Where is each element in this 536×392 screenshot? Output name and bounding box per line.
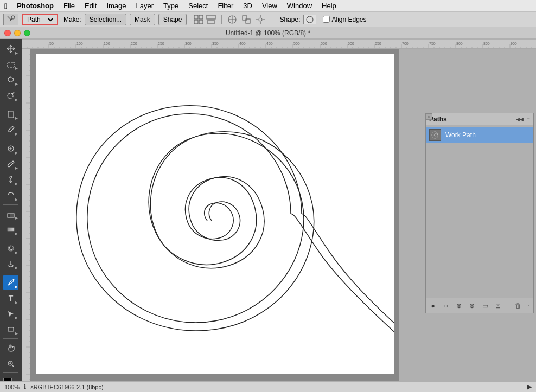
brush-tool[interactable]: ▸	[3, 157, 18, 172]
resize-handle[interactable]: ⋮	[526, 303, 531, 309]
options-bar: Path Shape Pixels Make: Selection... Mas…	[0, 12, 536, 27]
menu-select[interactable]: Select	[184, 1, 212, 11]
svg-point-0	[11, 16, 15, 19]
menu-window[interactable]: Window	[283, 1, 316, 11]
eyedropper-tool[interactable]: ▸	[3, 122, 18, 137]
svg-text:650: 650	[375, 42, 381, 46]
menu-3d[interactable]: 3D	[239, 1, 257, 11]
align-icon	[193, 14, 204, 25]
type-tool[interactable]: T ▸	[3, 291, 18, 306]
heal-tool[interactable]: ▸	[3, 141, 18, 156]
svg-rect-4	[199, 20, 203, 24]
svg-text:250: 250	[158, 42, 164, 46]
svg-rect-5	[207, 15, 215, 19]
shape-button[interactable]: Shape	[158, 14, 187, 25]
pen-tool[interactable]: ▸	[3, 275, 18, 290]
new-path-icon[interactable]: ⊡	[493, 301, 503, 311]
delete-path-icon[interactable]: 🗑	[513, 301, 523, 311]
panel-menu-icon[interactable]: ≡	[527, 116, 530, 122]
svg-point-12	[259, 18, 262, 21]
svg-rect-6	[208, 20, 214, 24]
lasso-tool[interactable]: ▸	[3, 72, 18, 87]
svg-text:300: 300	[185, 42, 192, 46]
warp-icon	[227, 14, 238, 25]
path-selection-tool[interactable]: ▸	[3, 306, 18, 322]
paths-panel-footer: ● ○ ⊕ ⊛ ▭ ⊡ 🗑 ⋮	[426, 298, 533, 313]
path-item-label: Work Path	[445, 131, 476, 139]
menu-file[interactable]: File	[59, 1, 79, 11]
svg-point-13	[307, 16, 313, 23]
menu-help[interactable]: Help	[317, 1, 341, 11]
crop-tool[interactable]: ▸	[3, 107, 18, 122]
svg-rect-14	[8, 62, 14, 67]
svg-rect-3	[194, 20, 198, 24]
align-edges-label: Align Edges	[331, 16, 366, 23]
minimize-button[interactable]	[14, 30, 21, 36]
history-brush-tool[interactable]: ▸	[3, 188, 18, 203]
menu-image[interactable]: Image	[102, 1, 130, 11]
shape-tool[interactable]: ▸	[3, 322, 18, 337]
window-buttons	[4, 30, 30, 36]
svg-rect-10	[243, 16, 247, 20]
apple-menu[interactable]: 	[4, 2, 7, 10]
blur-tool[interactable]: ▸	[3, 241, 18, 256]
fill-path-icon[interactable]: ●	[428, 301, 438, 311]
menu-photoshop[interactable]: Photoshop	[12, 1, 58, 11]
eraser-tool[interactable]: ▸	[3, 207, 18, 222]
zoom-tool[interactable]	[3, 356, 18, 371]
svg-text:550: 550	[321, 42, 327, 46]
shape-preview[interactable]	[303, 15, 316, 24]
menu-layer[interactable]: Layer	[132, 1, 158, 11]
svg-point-24	[9, 265, 13, 267]
path-item-work-path[interactable]: Work Path	[426, 127, 533, 143]
settings-icon	[255, 14, 266, 25]
gradient-tool[interactable]: ▸	[3, 222, 18, 237]
mask-button[interactable]: Mask	[130, 14, 155, 25]
svg-rect-1	[194, 15, 198, 19]
panel-controls: ◀◀ ≡	[516, 116, 530, 122]
canvas-area	[30, 49, 399, 381]
path-mode-select[interactable]: Path Shape Pixels	[22, 14, 58, 25]
menu-filter[interactable]: Filter	[213, 1, 238, 11]
menu-edit[interactable]: Edit	[80, 1, 101, 11]
marquee-tool[interactable]: ▸	[3, 57, 18, 72]
canvas	[36, 54, 394, 374]
color-profile: sRGB IEC61966-2.1 (8bpc)	[30, 384, 104, 390]
svg-rect-20	[10, 214, 14, 217]
info-icon[interactable]: ℹ	[24, 383, 26, 390]
load-path-icon[interactable]: ⊕	[454, 301, 464, 311]
svg-rect-11	[246, 19, 250, 23]
scroll-right-btn[interactable]: ▶	[527, 383, 532, 390]
maximize-button[interactable]	[24, 30, 30, 36]
close-button[interactable]	[4, 30, 11, 36]
document-title: Untitled-1 @ 100% (RGB/8) *	[226, 29, 310, 37]
zoom-level: 100%	[4, 384, 20, 390]
menu-view[interactable]: View	[258, 1, 282, 11]
paths-panel: Paths ◀◀ ≡ × Work Path ● ○ ⊕ ⊛ ▭ ⊡ 🗑 ⋮	[425, 113, 534, 313]
align-edges-check[interactable]: Align Edges	[323, 16, 366, 23]
move-tool[interactable]: ▸	[3, 41, 18, 56]
svg-text:700: 700	[402, 42, 409, 46]
status-bar: 100% ℹ sRGB IEC61966-2.1 (8bpc) ▶	[0, 381, 536, 392]
svg-line-16	[12, 92, 14, 94]
clone-tool[interactable]: ▸	[3, 172, 18, 187]
make-work-path-icon[interactable]: ⊛	[467, 301, 477, 311]
mask-path-icon[interactable]: ▭	[480, 301, 490, 311]
hand-tool[interactable]	[3, 340, 18, 356]
quick-select-tool[interactable]: ▸	[3, 88, 18, 103]
align-edges-checkbox[interactable]	[323, 16, 330, 23]
menu-type[interactable]: Type	[159, 1, 183, 11]
path-ops-icon	[241, 14, 252, 25]
dodge-tool[interactable]: ▸	[3, 256, 18, 272]
toolbar: ▸ ▸ ▸ ▸ ▸ ▸ ▸ ▸ ▸ ▸	[0, 39, 22, 392]
shape-label: Shape:	[279, 16, 300, 23]
svg-text:400: 400	[239, 42, 246, 46]
svg-text:200: 200	[131, 42, 137, 46]
stroke-path-icon[interactable]: ○	[441, 301, 451, 311]
panel-close-button[interactable]: ×	[426, 113, 432, 120]
svg-text:150: 150	[104, 42, 110, 46]
selection-button[interactable]: Selection...	[85, 14, 126, 25]
panel-collapse-icon[interactable]: ◀◀	[516, 117, 524, 122]
svg-text:450: 450	[266, 42, 273, 46]
path-mode-dropdown[interactable]: Path Shape Pixels	[25, 15, 55, 24]
